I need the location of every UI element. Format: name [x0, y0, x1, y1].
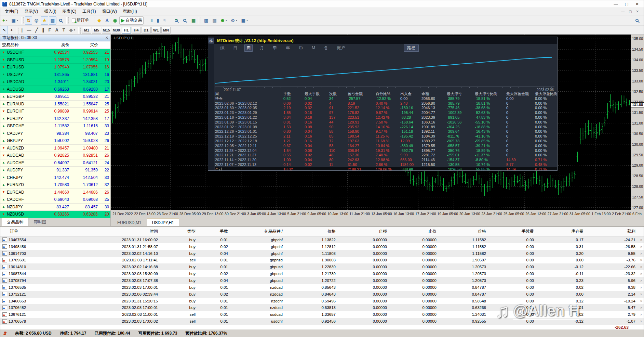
chart-tab-usdjpy-h1[interactable]: USDJPY,H1 — [147, 219, 179, 226]
line-chart-button[interactable]: ≈ — [162, 16, 167, 25]
close-order-icon[interactable]: × — [638, 292, 644, 296]
order-row[interactable]: 136148102023.02.02 14:16:38buy0.01gbpusd… — [0, 263, 644, 270]
order-row[interactable]: 137064822023.02.03 17:00:01buy0.01nzdusd… — [0, 304, 644, 311]
timeframe-m15[interactable]: M15 — [102, 27, 111, 34]
order-row[interactable]: 137065782023.02.03 17:00:02sell0.01usdch… — [0, 318, 644, 325]
mtdriver-tab-7[interactable]: M — [310, 45, 317, 51]
close-button[interactable]: ✕ — [635, 2, 639, 7]
mtdriver-move-button[interactable]: 移 — [209, 38, 214, 43]
arrange-windows-button[interactable]: ▥ — [202, 16, 210, 25]
orders-col-10[interactable]: 库存费 — [536, 229, 586, 234]
market-watch-row[interactable]: ▲GBPJPY159.002159.02826 — [0, 137, 110, 145]
news-button[interactable]: ◉ — [111, 16, 119, 25]
shapes-tool[interactable]: ◆▾ — [68, 26, 77, 34]
metaeditor-button[interactable]: ◆ — [96, 16, 103, 25]
market-watch-row[interactable]: ▲EURAUD1.558211.5584725 — [0, 101, 110, 108]
market-watch-row[interactable]: ▲NZDJPY83.42783.45730 — [0, 204, 110, 211]
close-order-icon[interactable]: × — [638, 299, 644, 303]
orders-col-4[interactable]: 交易品种 / — [230, 229, 285, 234]
minimize-button[interactable]: — — [614, 2, 618, 7]
orders-col-8[interactable]: 价格 — [439, 229, 488, 234]
cursor-tool[interactable]: ↖ — [1, 26, 8, 34]
close-order-icon[interactable]: × — [638, 312, 644, 316]
close-order-icon[interactable]: × — [638, 285, 644, 289]
menu-help[interactable]: 帮助(H) — [120, 8, 140, 15]
close-order-icon[interactable]: × — [638, 319, 644, 323]
market-watch-row[interactable]: ▲EURNZD1.705801.7061232 — [0, 181, 110, 189]
mtdriver-tab-9[interactable]: 账户 — [335, 45, 347, 51]
mtdriver-tab-0[interactable]: 综 — [218, 45, 226, 51]
market-watch-row[interactable]: ▼NZDUSD0.632660.6328620 — [0, 211, 110, 218]
orders-col-0[interactable]: 订单 — [8, 229, 73, 234]
market-watch-row[interactable]: ▼EURCHF0.998890.9991425 — [0, 108, 110, 115]
close-order-icon[interactable]: × — [638, 251, 644, 256]
data-window-toggle[interactable]: ◎ — [33, 16, 40, 25]
market-watch-row[interactable]: ▲GBPCHF1.115821.1161533 — [0, 122, 110, 130]
profiles-button[interactable]: ▣▾ — [10, 16, 20, 25]
mtdriver-tab-3[interactable]: 月 — [258, 45, 266, 51]
market-watch-row[interactable]: ▼GBPUSD1.205751.2059419 — [0, 56, 110, 64]
chart-tab-eurusd-m1[interactable]: EURUSD,M1 — [112, 219, 146, 226]
timeframe-m5[interactable]: M5 — [92, 27, 101, 34]
vertical-line-tool[interactable]: | — [20, 26, 25, 34]
col-symbol[interactable]: 交易品种 — [0, 42, 43, 48]
timeframe-m1[interactable]: M1 — [82, 27, 91, 34]
order-row[interactable]: 134606532023.01.31 15:20:15buy0.01nzdchf… — [0, 298, 644, 304]
tile-windows-button[interactable]: ▦ — [190, 16, 197, 25]
order-row[interactable]: 136147032023.02.02 14:16:10buy0.04gbpchf… — [0, 250, 644, 257]
zoom-in-button[interactable]: + — [173, 16, 180, 25]
order-row[interactable]: 136878442023.02.03 15:30:09buy0.02gbpusd… — [0, 270, 644, 277]
toolbar-search-button[interactable] — [633, 16, 643, 25]
market-watch-tab-tick-chart[interactable]: 即时图 — [29, 218, 51, 226]
market-watch-row[interactable]: ▼AUDCAD0.928250.9285126 — [0, 152, 110, 159]
market-watch-tab-symbols[interactable]: 交易品种 — [2, 218, 28, 226]
menu-insert[interactable]: 插入(I) — [41, 8, 59, 15]
close-order-icon[interactable]: × — [638, 258, 644, 262]
market-watch-row[interactable]: ▲USDCAD1.340111.3403120 — [0, 78, 110, 86]
close-order-icon[interactable]: × — [638, 272, 644, 276]
child-restore-button[interactable]: ▢ — [629, 10, 632, 13]
candlestick-chart-button[interactable]: ▮ — [155, 16, 161, 25]
horizontal-line-tool[interactable]: — — [25, 26, 33, 34]
mtdriver-path-button[interactable]: 路径 — [404, 44, 419, 52]
col-bid[interactable]: 卖价 — [43, 42, 71, 48]
order-row[interactable]: 137087942023.02.03 17:07:38buy0.04gbpusd… — [0, 277, 644, 284]
new-order-button[interactable]: 新订单 — [70, 16, 91, 25]
market-watch-row[interactable]: ▲EURGBP0.895110.8953221 — [0, 93, 110, 101]
market-watch-row[interactable]: ▲CHFJPY142.474142.50430 — [0, 174, 110, 182]
child-close-button[interactable]: ✕ — [636, 10, 639, 13]
market-watch-row[interactable]: ▼USDCHF0.925340.9255521 — [0, 49, 110, 56]
close-icon[interactable]: ✕ — [105, 36, 108, 40]
trendline-tool[interactable]: ╱ — [33, 26, 40, 34]
templates-button[interactable]: ▦▾ — [240, 16, 250, 25]
menu-tools[interactable]: 工具(T) — [79, 8, 99, 15]
navigator-toggle[interactable]: ★ — [41, 16, 48, 25]
text-tool[interactable]: A — [53, 26, 60, 34]
mtdriver-tab-2[interactable]: 周 — [244, 44, 253, 52]
order-row[interactable]: 137321212023.02.06 02:39:44buy0.02nzdcad… — [0, 291, 644, 298]
order-row[interactable]: 134984562023.01.31 21:58:07buy0.02gbpchf… — [0, 243, 644, 250]
timeframe-mn[interactable]: MN — [161, 27, 171, 34]
price-axis[interactable]: 135.00134.50134.00133.50133.00132.50132.… — [631, 35, 644, 210]
order-row[interactable]: 137065352023.02.03 17:00:01buy0.01nzdcad… — [0, 284, 644, 291]
market-watch-row[interactable]: ▼EURUSD1.079401.0795616 — [0, 64, 110, 71]
close-order-icon[interactable]: × — [638, 278, 644, 283]
strategy-tester-toggle[interactable] — [57, 16, 65, 25]
maximize-button[interactable]: ▢ — [625, 2, 629, 7]
market-watch-row[interactable]: ▲USDJPY131.865131.88116 — [0, 71, 110, 79]
new-chart-button[interactable]: +▾ — [1, 16, 9, 25]
market-watch-toggle[interactable]: ⇅ — [25, 16, 32, 25]
crosshair-tool[interactable]: + — [9, 26, 15, 34]
close-order-icon[interactable]: × — [638, 306, 644, 310]
close-order-icon[interactable]: × — [638, 245, 644, 249]
orders-col-11[interactable]: 获利 — [586, 229, 638, 234]
market-watch-row[interactable]: ▼AUDNZD1.094571.0948021 — [0, 145, 110, 152]
market-watch-row[interactable]: ▲AUDCHF0.640970.6412124 — [0, 159, 110, 167]
periods-button[interactable]: ⊙▾ — [229, 16, 239, 25]
orders-col-5[interactable]: 价格 — [285, 229, 338, 234]
menu-view[interactable]: 显示(V) — [21, 8, 41, 15]
terminal-toggle[interactable]: ▤ — [49, 16, 56, 25]
market-watch-row[interactable]: ▲EURJPY142.337142.35817 — [0, 115, 110, 123]
market-watch-row[interactable]: ▲AUDUSD0.692630.6928017 — [0, 86, 110, 93]
orders-col-6[interactable]: 止损 — [338, 229, 389, 234]
